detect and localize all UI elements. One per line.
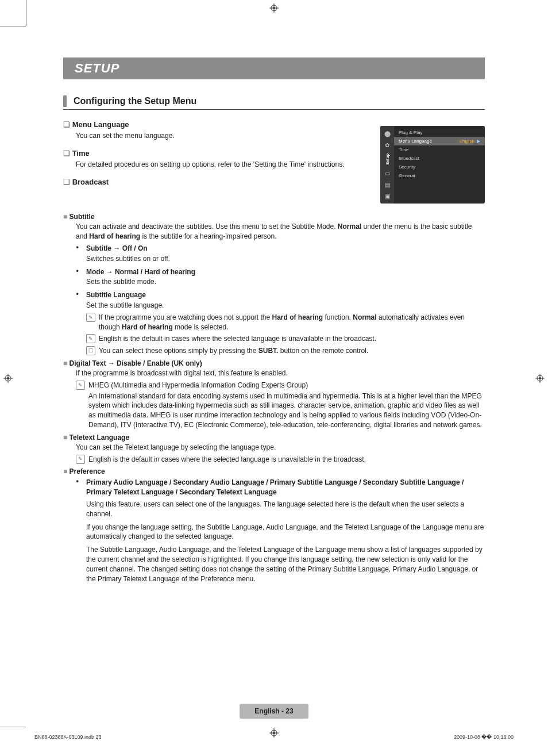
osd-row: Security — [394, 163, 485, 171]
note-title: MHEG (Multimedia and Hypermedia Informat… — [88, 381, 308, 389]
page-footer: English - 23 — [0, 704, 548, 719]
paragraph: If you change the language setting, the … — [86, 523, 485, 542]
osd-row-label: Time — [399, 147, 480, 152]
osd-panel: ⬤ ✿ Setup ▭ ▤ ▣ Plug & Play Menu Languag… — [380, 126, 485, 204]
preference-title: Preference — [63, 467, 485, 475]
teletext-section: Teletext Language You can set the Telete… — [63, 433, 485, 465]
preference-body: Primary Audio Language / Secondary Audio… — [76, 478, 485, 584]
list-item: Subtitle → Off / On Switches subtitles o… — [76, 244, 485, 264]
osd-row-label: Plug & Play — [399, 130, 480, 135]
bullet-title: Primary Audio Language / Secondary Audio… — [86, 478, 485, 497]
digital-text-body: If the programme is broadcast with digit… — [76, 369, 485, 430]
osd-row: Time — [394, 145, 485, 154]
note-icon: ✎ — [76, 455, 85, 464]
osd-row-label: Menu Language — [399, 139, 457, 144]
text: mode is selected. — [173, 323, 229, 331]
setup-banner: SETUP — [63, 57, 485, 79]
chevron-right-icon: ▶ — [477, 139, 480, 144]
osd-row-label: General — [399, 173, 480, 178]
content-area: SETUP Configuring the Setup Menu ⬤ ✿ Set… — [63, 57, 485, 584]
text: function, — [323, 313, 353, 321]
note-icon: ✎ — [76, 381, 85, 390]
osd-row-value: : English — [457, 139, 474, 144]
crop-line — [0, 26, 26, 26]
osd-row-selected: Menu Language : English ▶ — [394, 137, 485, 145]
page: SETUP Configuring the Setup Menu ⬤ ✿ Set… — [0, 0, 548, 756]
bullet-body: Sets the subtitle mode. — [86, 277, 485, 287]
registration-mark-icon — [535, 374, 545, 383]
note-icon: ✎ — [86, 334, 95, 343]
text: You can set the Teletext language by sel… — [76, 443, 485, 452]
bullet-title: Mode → Normal / Hard of hearing — [86, 267, 485, 277]
footer-right: 2009-10-08 �� 10:16:00 — [454, 734, 514, 740]
teletext-notes: ✎ English is the default in cases where … — [76, 455, 485, 465]
section-heading: Configuring the Setup Menu — [63, 95, 485, 110]
subtitle-section: Subtitle You can activate and deactivate… — [63, 213, 485, 356]
list-item: Primary Audio Language / Secondary Audio… — [76, 478, 485, 584]
heading-accent — [63, 95, 67, 107]
text-bold: Hard of hearing — [122, 323, 173, 331]
osd-sidebar: ⬤ ✿ Setup ▭ ▤ ▣ — [380, 126, 394, 204]
digital-text-title: Digital Text → Disable / Enable (UK only… — [63, 359, 485, 367]
bullet-body: Switches subtitles on or off. — [86, 254, 485, 264]
svg-point-11 — [7, 377, 9, 379]
text: If the programme is broadcast with digit… — [76, 369, 485, 378]
remote-button-icon: ☐ — [86, 346, 95, 355]
osd-sidebar-label: Setup — [385, 153, 389, 164]
bullet-title: Subtitle → Off / On — [86, 244, 485, 254]
print-footer: BN68-02388A-03L09.indb 23 2009-10-08 �� … — [34, 734, 514, 740]
support-icon: ▣ — [383, 192, 391, 200]
text: English is the default in cases where th… — [88, 455, 366, 463]
section-title: Configuring the Setup Menu — [74, 96, 196, 106]
app-icon: ▤ — [383, 181, 391, 189]
note-icon: ✎ — [86, 313, 95, 322]
preference-section: Preference Primary Audio Language / Seco… — [63, 467, 485, 584]
teletext-body: You can set the Teletext language by sel… — [76, 443, 485, 465]
crop-line — [26, 0, 26, 26]
note-item: ✎ English is the default in cases where … — [76, 455, 485, 465]
text: You can select these options simply by p… — [99, 347, 258, 355]
input-icon: ▭ — [383, 169, 391, 177]
page-number-pill: English - 23 — [240, 704, 308, 719]
list-item: Subtitle Language Set the subtitle langu… — [76, 290, 485, 356]
osd-row: Plug & Play — [394, 128, 485, 137]
paragraph: The Subtitle Language, Audio Language, a… — [86, 545, 485, 584]
osd-row-label: Security — [399, 164, 480, 170]
bullet-body: Set the subtitle language. — [86, 301, 485, 310]
gear-icon: ✿ — [383, 141, 391, 149]
list-item: Mode → Normal / Hard of hearing Sets the… — [76, 267, 485, 287]
teletext-title: Teletext Language — [63, 433, 485, 442]
remote-icon: ⬤ — [383, 129, 391, 137]
note-item: ☐ You can select these options simply by… — [86, 346, 485, 356]
subtitle-bullets: Subtitle → Off / On Switches subtitles o… — [76, 244, 485, 356]
note-item: ✎ English is the default in cases where … — [86, 334, 485, 344]
text-bold: SUBT. — [258, 347, 279, 355]
svg-point-3 — [273, 7, 275, 9]
subtitle-intro: You can activate and deactivate the subt… — [76, 222, 485, 356]
svg-point-15 — [539, 377, 541, 379]
text: button on the remote control. — [278, 347, 368, 355]
digital-text-notes: ✎ MHEG (Multimedia and Hypermedia Inform… — [76, 381, 485, 430]
text: is the subtitle for a hearing-impaired p… — [140, 232, 276, 240]
text: If the programme you are watching does n… — [99, 313, 272, 321]
osd-main: Plug & Play Menu Language : English ▶ Ti… — [394, 126, 485, 204]
text-bold: Hard of hearing — [272, 313, 323, 321]
footer-left: BN68-02388A-03L09.indb 23 — [34, 734, 102, 740]
osd-row: Broadcast — [394, 154, 485, 163]
text: English is the default in cases where th… — [99, 335, 376, 343]
paragraph: Using this feature, users can select one… — [86, 500, 485, 519]
subtitle-title: Subtitle — [63, 213, 485, 221]
preference-bullets: Primary Audio Language / Secondary Audio… — [76, 478, 485, 584]
note-item: ✎ If the programme you are watching does… — [86, 313, 485, 332]
bullet-title: Subtitle Language — [86, 290, 485, 300]
registration-mark-icon — [269, 3, 279, 13]
osd-preview: ⬤ ✿ Setup ▭ ▤ ▣ Plug & Play Menu Languag… — [380, 126, 485, 204]
crop-line — [0, 727, 26, 727]
note-item: ✎ MHEG (Multimedia and Hypermedia Inform… — [76, 381, 485, 430]
subtitle-notes: ✎ If the programme you are watching does… — [86, 313, 485, 356]
text-bold: Normal — [338, 222, 361, 231]
osd-row-label: Broadcast — [399, 156, 480, 161]
registration-mark-icon — [3, 374, 13, 383]
digital-text-section: Digital Text → Disable / Enable (UK only… — [63, 359, 485, 430]
osd-row: General — [394, 171, 485, 180]
